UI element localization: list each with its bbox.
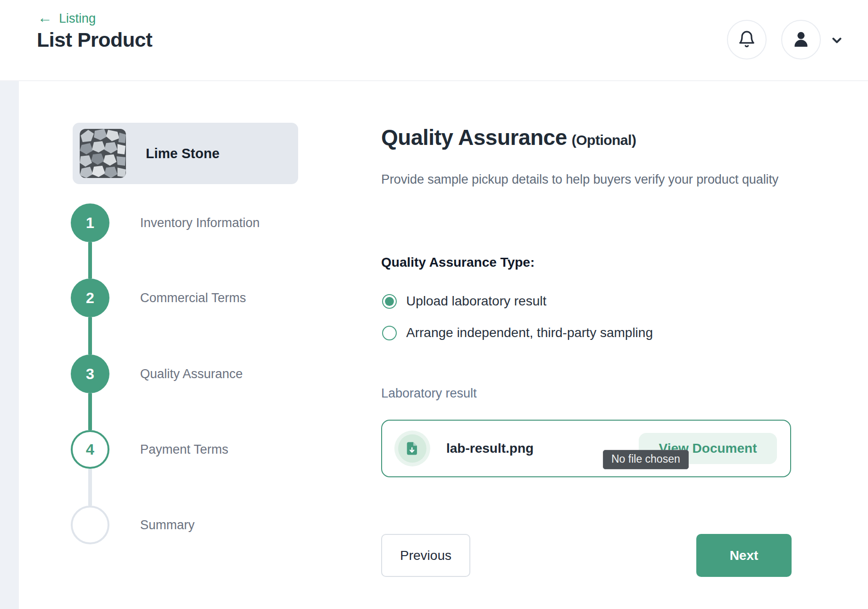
product-thumbnail: [80, 129, 126, 178]
file-download-icon: [398, 434, 426, 463]
back-link-label: Listing: [59, 11, 96, 26]
profile-button[interactable]: [781, 20, 821, 59]
step-circle-quality-assurance[interactable]: 3: [71, 355, 109, 393]
radio-label: Arrange independent, third-party samplin…: [406, 325, 653, 340]
radio-option-third-party-sampling[interactable]: Arrange independent, third-party samplin…: [382, 325, 653, 341]
section-heading-optional: (Optional): [572, 132, 636, 148]
section-heading: Quality Assurance(Optional): [381, 125, 636, 150]
step-number: 3: [86, 365, 94, 383]
page-background-strip: [0, 81, 19, 609]
user-icon: [791, 29, 811, 51]
section-description: Provide sample pickup details to help bu…: [381, 168, 787, 191]
step-number: 1: [86, 214, 94, 232]
step-label-quality-assurance[interactable]: Quality Assurance: [140, 355, 243, 393]
product-card[interactable]: Lime Stone: [73, 123, 298, 184]
notifications-button[interactable]: [727, 20, 767, 59]
radio-selected-icon[interactable]: [382, 294, 397, 309]
stepper-connector: [88, 469, 92, 506]
radio-label: Upload laboratory result: [406, 294, 546, 309]
product-name: Lime Stone: [146, 146, 219, 161]
stepper-connector: [88, 242, 92, 279]
file-name: lab-result.png: [446, 441, 534, 456]
chevron-down-icon[interactable]: [830, 33, 844, 47]
step-circle-payment-terms[interactable]: 4: [71, 430, 109, 469]
section-heading-text: Quality Assurance: [381, 125, 567, 150]
bell-icon: [737, 30, 756, 50]
uploaded-file-card: lab-result.png View Document: [381, 420, 791, 477]
arrow-left-icon: ←: [38, 10, 52, 25]
page-title: List Product: [37, 28, 152, 51]
laboratory-result-label: Laboratory result: [381, 386, 477, 401]
back-link[interactable]: ← Listing: [38, 11, 96, 26]
stepper-connector: [88, 317, 92, 355]
radio-option-upload-laboratory-result[interactable]: Upload laboratory result: [382, 293, 546, 309]
step-label-inventory-information[interactable]: Inventory Information: [140, 203, 260, 242]
step-circle-summary[interactable]: [71, 506, 109, 544]
step-circle-inventory-information[interactable]: 1: [71, 203, 109, 242]
step-label-commercial-terms[interactable]: Commercial Terms: [140, 279, 246, 317]
file-input-tooltip: No file chosen: [603, 450, 689, 469]
qa-type-label: Quality Assurance Type:: [381, 255, 534, 270]
step-label-payment-terms[interactable]: Payment Terms: [140, 430, 228, 469]
next-button[interactable]: Next: [696, 534, 792, 577]
step-label-summary[interactable]: Summary: [140, 506, 195, 544]
header: ← Listing List Product: [0, 0, 868, 81]
previous-button[interactable]: Previous: [381, 534, 470, 577]
step-number: 2: [86, 289, 94, 307]
stepper-connector: [88, 393, 92, 430]
radio-unselected-icon[interactable]: [382, 326, 397, 340]
step-number: 4: [86, 441, 94, 458]
step-circle-commercial-terms[interactable]: 2: [71, 279, 109, 317]
